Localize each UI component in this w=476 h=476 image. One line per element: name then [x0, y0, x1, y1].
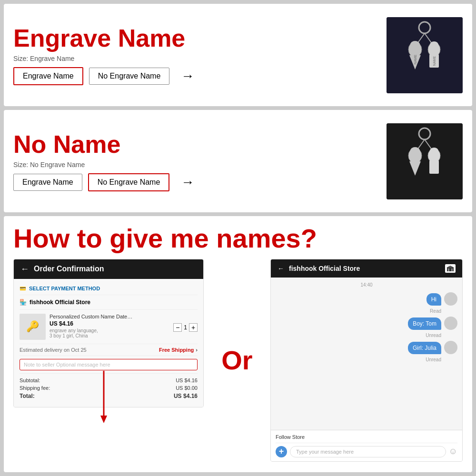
- section2-title: No Name: [13, 131, 387, 158]
- section2-size-label: Size: No Engrave Name: [13, 161, 387, 169]
- svg-rect-7: [417, 43, 420, 52]
- product-name: Personalized Custom Name Date…: [50, 314, 169, 319]
- section-how-to-give-names: How to give me names? ← Order Confirmati…: [4, 216, 472, 472]
- shipping-fee-row: Shipping fee: US $0.00: [20, 384, 198, 392]
- chat-store-name: fishhook Official Store: [289, 265, 360, 272]
- product-price: US $4.16: [50, 320, 169, 327]
- mockup-header: ← Order Confirmation: [14, 259, 203, 279]
- svg-rect-23: [429, 160, 439, 174]
- note-row: Note to seller Optional message here: [20, 356, 198, 374]
- section2-content: No Name Size: No Engrave Name Engrave Na…: [13, 131, 387, 191]
- chat-body: 14:40 Hi Read Boy: Tom Unread: [271, 278, 462, 430]
- subtotal-row: Subtotal: US $4.16: [20, 377, 198, 384]
- down-arrow-overlay: [99, 371, 109, 423]
- chat-store-icon: [445, 264, 456, 273]
- section1-arrow: →: [181, 69, 194, 84]
- total-row: Total: US $4.16: [20, 392, 198, 400]
- product-thumbnail: 🔑: [20, 314, 46, 340]
- payment-row: 💳 SELECT PAYMENT METHOD: [20, 283, 198, 295]
- chat-read-status-1: Read: [276, 308, 441, 314]
- store-row: 🏪 fishhook Official Store: [20, 295, 198, 310]
- order-confirm-title: Order Confirmation: [34, 265, 104, 273]
- mockup-body: 💳 SELECT PAYMENT METHOD 🏪 fishhook Offic…: [14, 279, 203, 407]
- order-confirm-mockup: ← Order Confirmation 💳 SELECT PAYMENT ME…: [13, 259, 204, 407]
- payment-label: SELECT PAYMENT METHOD: [29, 286, 100, 291]
- svg-rect-20: [417, 149, 420, 158]
- chat-header: ← fishhook Official Store: [271, 259, 462, 278]
- totals-section: Subtotal: US $4.16 Shipping fee: US $0.0…: [20, 374, 198, 403]
- product-row: 🔑 Personalized Custom Name Date… US $4.1…: [20, 310, 198, 344]
- svg-rect-27: [448, 268, 449, 271]
- section2-no-engrave-btn[interactable]: No Engrave Name: [88, 173, 170, 191]
- follow-store-label[interactable]: Follow Store: [276, 434, 457, 443]
- back-arrow-icon[interactable]: ←: [20, 264, 29, 274]
- section1-no-engrave-btn[interactable]: No Engrave Name: [89, 68, 170, 85]
- chat-plus-btn[interactable]: +: [276, 446, 287, 457]
- section1-title: Engrave Name: [13, 25, 387, 52]
- section-engrave-name: Engrave Name Size: Engrave Name Engrave …: [4, 4, 472, 106]
- chat-bubble-girl: Girl: Julia: [408, 342, 441, 354]
- store-building-icon: [446, 265, 454, 271]
- store-icon: 🏪: [20, 299, 27, 306]
- shipping-label: Free Shipping: [159, 347, 194, 353]
- chat-message-girl: Girl: Julia: [276, 341, 457, 354]
- svg-text:NAME: NAME: [414, 54, 417, 64]
- section2-arrow: →: [181, 175, 194, 190]
- section2-engrave-btn[interactable]: Engrave Name: [13, 174, 82, 191]
- section2-btn-group: Engrave Name No Engrave Name →: [13, 173, 387, 191]
- section1-engrave-btn[interactable]: Engrave Name: [13, 67, 83, 85]
- chat-read-status-3: Unread: [276, 357, 441, 362]
- section1-keychain-svg: NAME NAME: [387, 17, 463, 93]
- svg-point-22: [430, 148, 438, 154]
- section3-content: ← Order Confirmation 💳 SELECT PAYMENT ME…: [13, 259, 463, 462]
- chat-avatar-2: [444, 317, 457, 330]
- section2-keychain-svg: [387, 123, 463, 199]
- payment-icon: 💳: [20, 286, 26, 292]
- svg-marker-25: [100, 416, 107, 423]
- svg-rect-19: [410, 149, 413, 158]
- delivery-chevron: ›: [196, 347, 198, 353]
- chat-footer: Follow Store + Type your message here ☺: [271, 430, 462, 461]
- chat-read-status-2: Unread: [276, 333, 441, 338]
- or-text: Or: [213, 259, 261, 462]
- section2-product-image: [387, 123, 463, 199]
- chat-time: 14:40: [276, 282, 457, 288]
- chat-back-arrow-icon[interactable]: ←: [278, 265, 284, 272]
- product-desc2: 3 boy 1 girl, China: [50, 333, 169, 338]
- delivery-row: Estimated delivery on Oct 25 Free Shippi…: [20, 344, 198, 356]
- chat-message-boy: Boy: Tom: [276, 317, 457, 330]
- qty-minus-btn[interactable]: −: [173, 323, 182, 332]
- main-container: Engrave Name Size: Engrave Name Engrave …: [0, 0, 476, 476]
- svg-rect-0: [387, 17, 463, 93]
- chat-avatar-3: [444, 341, 457, 354]
- qty-value: 1: [184, 324, 187, 331]
- note-to-seller-input[interactable]: Note to seller Optional message here: [20, 359, 198, 370]
- section1-size-label: Size: Engrave Name: [13, 55, 387, 62]
- section1-content: Engrave Name Size: Engrave Name Engrave …: [13, 25, 387, 85]
- chat-bubble-boy: Boy: Tom: [408, 317, 441, 330]
- chat-avatar-1: [444, 292, 457, 306]
- svg-rect-28: [451, 268, 453, 271]
- chat-message-input[interactable]: Type your message here: [290, 446, 446, 457]
- section1-btn-group: Engrave Name No Engrave Name →: [13, 67, 387, 85]
- section3-title: How to give me names?: [13, 224, 463, 253]
- svg-text:NAME: NAME: [433, 56, 436, 66]
- product-desc1: engrave any language,: [50, 328, 169, 333]
- qty-plus-btn[interactable]: +: [189, 323, 198, 332]
- product-info: Personalized Custom Name Date… US $4.16 …: [50, 314, 169, 340]
- section1-product-image: NAME NAME: [387, 17, 463, 93]
- order-confirm-wrapper: ← Order Confirmation 💳 SELECT PAYMENT ME…: [13, 259, 204, 462]
- chat-bubble-hi: Hi: [426, 293, 441, 306]
- chat-mockup: ← fishhook Official Store 14:40: [270, 259, 463, 462]
- section-no-name: No Name Size: No Engrave Name Engrave Na…: [4, 110, 472, 212]
- store-name: fishhook Official Store: [30, 299, 90, 306]
- chat-message-hi: Hi: [276, 292, 457, 306]
- product-quantity: − 1 +: [173, 316, 198, 340]
- delivery-label: Estimated delivery on Oct 25: [20, 347, 159, 353]
- chat-input-row: + Type your message here ☺: [276, 446, 457, 457]
- chat-emoji-btn[interactable]: ☺: [449, 446, 457, 456]
- svg-point-10: [430, 41, 438, 48]
- svg-rect-6: [410, 43, 413, 52]
- svg-rect-13: [387, 123, 463, 199]
